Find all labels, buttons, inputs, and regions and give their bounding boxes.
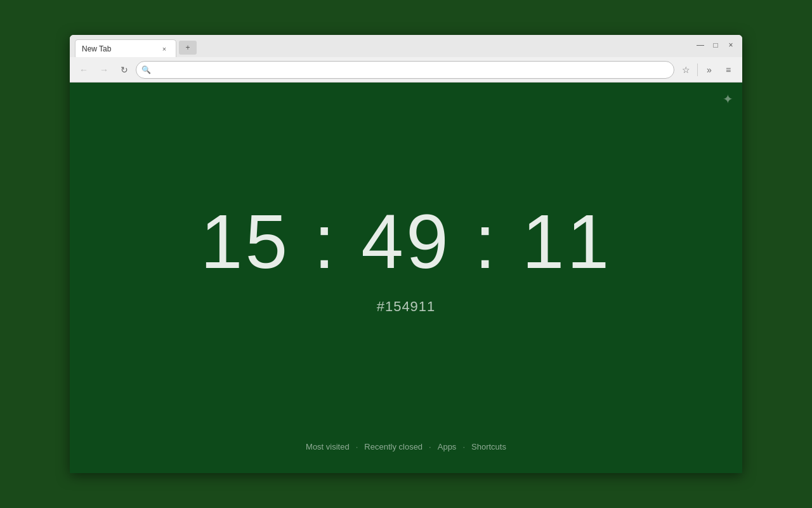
bottom-links: Most visited · Recently closed · Apps · … [302, 439, 510, 454]
apps-link[interactable]: Apps [434, 439, 461, 454]
back-button[interactable]: ← [75, 61, 93, 79]
maximize-button[interactable]: □ [710, 40, 721, 50]
active-tab[interactable]: New Tab × [75, 39, 176, 57]
shortcuts-link[interactable]: Shortcuts [468, 439, 510, 454]
reload-button[interactable]: ↻ [115, 61, 133, 79]
menu-button[interactable]: ≡ [719, 61, 737, 79]
extensions-button[interactable]: » [700, 61, 718, 79]
nav-right-buttons: ☆ » ≡ [677, 61, 737, 79]
address-bar-container[interactable]: 🔍 [136, 61, 674, 79]
clock-sep2: : [451, 199, 522, 284]
title-bar: New Tab × + — □ × [70, 35, 742, 57]
most-visited-link[interactable]: Most visited [302, 439, 353, 454]
forward-button[interactable]: → [95, 61, 113, 79]
color-hex-display: #154911 [377, 298, 436, 315]
dot-3: · [460, 442, 468, 451]
search-icon: 🔍 [141, 65, 151, 74]
browser-window: New Tab × + — □ × ← → ↻ 🔍 ☆ » ≡ ✦ 15 : 4… [70, 35, 742, 473]
tab-close-button[interactable]: × [159, 44, 169, 54]
window-controls: — □ × [695, 40, 736, 50]
tab-title: New Tab [82, 44, 155, 53]
new-tab-button[interactable]: + [179, 41, 197, 55]
nav-bar: ← → ↻ 🔍 ☆ » ≡ [70, 57, 742, 83]
clock-hours: 15 [200, 199, 290, 284]
clock-display: 15 : 49 : 11 [200, 203, 612, 279]
dot-2: · [426, 442, 434, 451]
nav-divider [697, 64, 698, 76]
recently-closed-link[interactable]: Recently closed [360, 439, 426, 454]
address-input[interactable] [155, 65, 669, 74]
bookmark-button[interactable]: ☆ [677, 61, 695, 79]
clock-sep1: : [290, 199, 361, 284]
clock-minutes: 49 [361, 199, 450, 284]
page-content: ✦ 15 : 49 : 11 #154911 Most visited · Re… [70, 83, 742, 473]
dot-1: · [353, 442, 361, 451]
settings-icon[interactable]: ✦ [723, 91, 733, 107]
tab-bar: New Tab × + [75, 39, 737, 57]
close-button[interactable]: × [726, 40, 736, 50]
minimize-button[interactable]: — [695, 40, 705, 50]
clock-seconds: 11 [522, 199, 612, 284]
